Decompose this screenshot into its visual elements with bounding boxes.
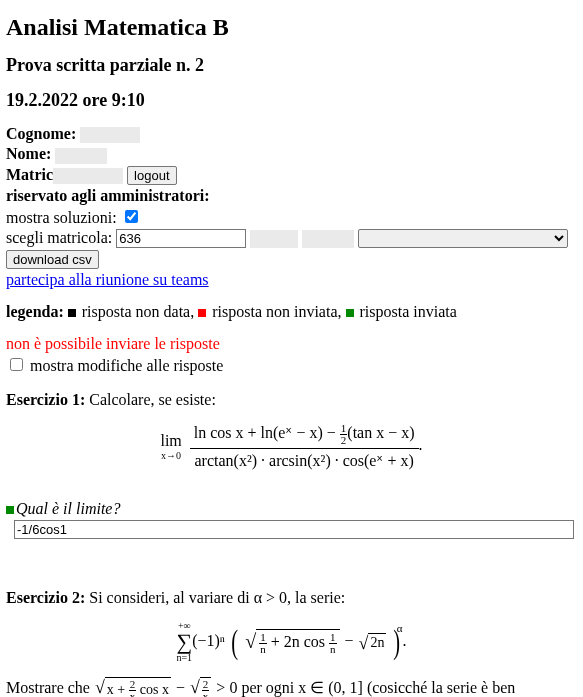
- lparen-icon: (: [231, 625, 238, 659]
- show-mods-label: mostra modifiche alle risposte: [30, 357, 223, 374]
- ex1-question: Qual è il limite?: [16, 500, 120, 517]
- matric-value: [53, 168, 123, 184]
- matricola-input[interactable]: [116, 229, 246, 248]
- matricola-select[interactable]: [358, 229, 568, 248]
- lim-text: lim: [160, 432, 181, 449]
- page-title: Analisi Matematica B: [6, 14, 577, 41]
- admin-heading: riservato agli amministratori:: [6, 187, 577, 205]
- minus2: −: [172, 679, 189, 696]
- ex1-den: arctan(x²) · arcsin(x²) · cos(eˣ + x): [190, 448, 419, 470]
- ex2-text-b: , la serie:: [287, 589, 345, 606]
- sigma-icon: ∑: [176, 631, 192, 653]
- legend-square-black: [68, 309, 76, 317]
- ex2-alpha: α > 0: [254, 589, 287, 606]
- logout-button[interactable]: logout: [127, 166, 176, 185]
- legend-notsent: risposta non inviata,: [212, 303, 341, 320]
- show-prefix: Mostrare che: [6, 679, 94, 696]
- ex2-text-a: Si consideri, al variare di: [89, 589, 253, 606]
- ex1-num-a: ln cos x + ln(eˣ − x) −: [194, 424, 340, 441]
- ex1-dot: .: [419, 436, 423, 453]
- rparen-icon: ): [394, 625, 401, 659]
- ex1-text: Calcolare, se esiste:: [89, 391, 216, 408]
- ex1-num-b: (tan x − x): [347, 424, 414, 441]
- ex1-status-icon: [6, 506, 14, 514]
- sum-body-a: (−1)ⁿ: [192, 632, 225, 649]
- ex1-heading: Esercizio 1:: [6, 391, 85, 408]
- choose-matricola-label: scegli matricola:: [6, 229, 112, 246]
- redacted-2: [302, 230, 354, 248]
- teams-link[interactable]: partecipa alla riunione su teams: [6, 271, 209, 288]
- ex2-formula: +∞ ∑ n=1 (−1)ⁿ ( √ 1n + 2n cos 1n − √2n …: [6, 621, 577, 663]
- show-solutions-checkbox[interactable]: [125, 210, 138, 223]
- cognome-label: Cognome:: [6, 125, 76, 142]
- download-csv-button[interactable]: download csv: [6, 250, 99, 269]
- ex2-dot: .: [403, 632, 407, 649]
- nome-value: [55, 148, 107, 164]
- f4d: x: [202, 691, 210, 697]
- sum-bot: n=1: [176, 653, 192, 663]
- legend-square-green: [346, 309, 354, 317]
- matric-label: Matric: [6, 166, 53, 183]
- inner-mid: + 2n cos: [267, 633, 329, 650]
- exam-datetime: 19.2.2022 ore 9:10: [6, 90, 577, 111]
- sqrt2n: 2n: [368, 633, 386, 651]
- cosx: cos x: [136, 682, 169, 697]
- legend-none: risposta non data,: [82, 303, 194, 320]
- legend-label: legenda:: [6, 303, 64, 320]
- cannot-send-notice: non è possibile inviare le risposte: [6, 335, 577, 353]
- lim-sub: x→0: [160, 450, 181, 461]
- show-solutions-label: mostra soluzioni:: [6, 209, 117, 226]
- minus: −: [341, 632, 358, 649]
- nome-label: Nome:: [6, 145, 51, 162]
- legend-sent: risposta inviata: [360, 303, 457, 320]
- show-mods-checkbox[interactable]: [10, 358, 23, 371]
- xplus: x +: [107, 682, 129, 697]
- exam-subtitle: Prova scritta parziale n. 2: [6, 55, 577, 76]
- ex1-answer-input[interactable]: [14, 520, 574, 539]
- ex2-heading: Esercizio 2:: [6, 589, 85, 606]
- ex2-show-line: Mostrare che √x + 2x cos x − √2x > 0 per…: [6, 677, 577, 697]
- cognome-value: [80, 127, 140, 143]
- ex1-formula: lim x→0 ln cos x + ln(eˣ − x) − 12(tan x…: [6, 423, 577, 470]
- legend-square-red: [198, 309, 206, 317]
- f2d: n: [329, 644, 337, 655]
- redacted-1: [250, 230, 298, 248]
- f1d: n: [259, 644, 267, 655]
